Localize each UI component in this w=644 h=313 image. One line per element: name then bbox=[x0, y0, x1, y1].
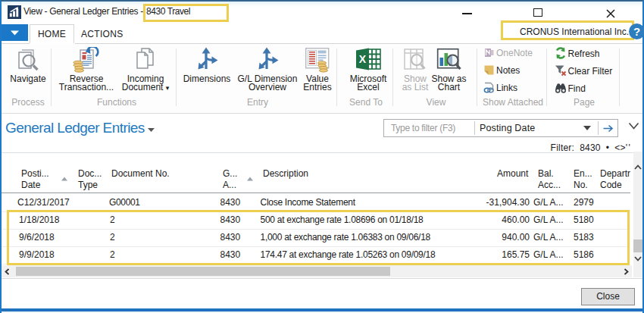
svg-text:X: X bbox=[359, 53, 367, 65]
